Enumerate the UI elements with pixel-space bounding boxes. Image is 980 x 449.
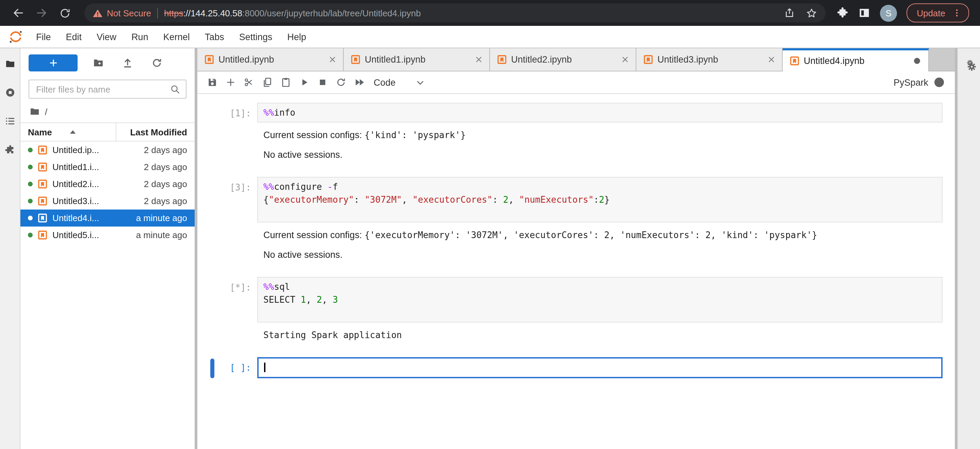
code-line: {"executorMemory": "3072M", "executorCor… [263, 193, 937, 206]
right-resize-handle[interactable] [955, 48, 958, 449]
tab-untitled4-ipynb[interactable]: Untitled4.ipynb [783, 48, 929, 71]
copy-button[interactable] [258, 73, 276, 91]
breadcrumb[interactable]: / [21, 100, 195, 122]
cell-collapser[interactable] [210, 359, 215, 378]
menu-edit[interactable]: Edit [59, 26, 89, 47]
upload-icon[interactable] [122, 57, 134, 69]
tab-close-icon[interactable] [765, 54, 776, 65]
menu-help[interactable]: Help [280, 26, 314, 47]
code-line: %%info [263, 106, 937, 119]
notebook-cell-2[interactable]: [*]:%%sqlSELECT 1, 2, 3 Starting Spark a… [197, 274, 955, 354]
file-name: Untitled5.i... [52, 230, 131, 240]
reload-icon[interactable] [54, 3, 75, 23]
filter-files-input[interactable] [35, 83, 170, 95]
file-modified: 2 days ago [144, 145, 187, 155]
file-browser-panel: / Name Last Modified Untitled.ip...2 day… [21, 48, 195, 449]
omnibox-divider [157, 8, 158, 18]
file-row-untitled3-i[interactable]: Untitled3.i...2 days ago [21, 192, 195, 209]
notebook-cell-0[interactable]: [1]:%%infoCurrent session configs: {'kin… [197, 100, 955, 174]
activity-toc-icon[interactable] [4, 115, 16, 127]
file-row-untitled-ip[interactable]: Untitled.ip...2 days ago [21, 141, 195, 159]
menu-run[interactable]: Run [124, 26, 156, 47]
activity-extensions-icon[interactable] [4, 144, 16, 156]
paste-button[interactable] [276, 73, 295, 91]
cut-button[interactable] [240, 73, 258, 91]
file-name: Untitled3.i... [52, 196, 139, 206]
cell-input-editor[interactable]: %%sqlSELECT 1, 2, 3 [257, 277, 943, 322]
tab-untitled3-ipynb[interactable]: Untitled3.ipynb [636, 48, 783, 71]
home-folder-icon[interactable] [29, 106, 40, 117]
extensions-icon[interactable] [837, 7, 849, 19]
file-row-untitled5-i[interactable]: Untitled5.i...a minute ago [21, 227, 195, 244]
run-all-button[interactable] [350, 73, 368, 91]
tab-close-icon[interactable] [327, 54, 337, 65]
column-header-modified[interactable]: Last Modified [116, 127, 195, 137]
refresh-icon[interactable] [151, 57, 163, 69]
cell-outputs: Starting Spark application [257, 322, 943, 352]
file-modified: a minute ago [136, 230, 187, 240]
menu-file[interactable]: File [29, 26, 59, 47]
new-launcher-button[interactable] [29, 54, 78, 71]
cell-input-editor[interactable]: %%info [257, 103, 943, 122]
cell-body: %%sqlSELECT 1, 2, 3 Starting Spark appli… [257, 277, 943, 352]
cell-input-editor[interactable] [257, 357, 943, 378]
menu-tabs[interactable]: Tabs [197, 26, 232, 47]
menu-view[interactable]: View [89, 26, 124, 47]
activity-running-icon[interactable] [4, 86, 16, 98]
tab-untitled2-ipynb[interactable]: Untitled2.ipynb [490, 48, 636, 71]
cell-type-select[interactable]: Code [374, 77, 425, 87]
share-icon[interactable] [784, 8, 795, 18]
file-modified: a minute ago [136, 213, 187, 223]
cell-type-value: Code [374, 77, 396, 87]
kernel-running-dot-icon [28, 165, 33, 170]
file-row-untitled4-i[interactable]: Untitled4.i...a minute ago [21, 209, 195, 227]
sort-ascending-icon [70, 129, 76, 135]
jupyter-logo-icon [5, 28, 26, 46]
kernel-running-dot-icon [28, 182, 33, 186]
menu-settings[interactable]: Settings [232, 26, 280, 47]
notebook-cell-3[interactable]: [ ]: [197, 354, 955, 381]
browser-menu-icon[interactable] [952, 8, 962, 18]
new-folder-icon[interactable] [92, 57, 104, 69]
address-bar[interactable]: Not Secure https://144.25.40.58:8000/use… [84, 3, 826, 22]
restart-button[interactable] [331, 73, 350, 91]
update-button[interactable]: Update [907, 3, 969, 22]
tab-title: Untitled4.ipynb [804, 56, 910, 66]
back-icon[interactable] [8, 3, 29, 23]
tab-untitled-ipynb[interactable]: Untitled.ipynb [197, 48, 344, 71]
forward-icon[interactable] [31, 3, 52, 23]
tab-close-icon[interactable] [473, 54, 484, 65]
property-inspector-gears-icon[interactable] [961, 57, 976, 72]
url-text: https://144.25.40.58:8000/user/jupyterhu… [164, 8, 421, 18]
run-button[interactable] [295, 73, 313, 91]
search-icon [170, 84, 180, 94]
activity-bar [0, 48, 21, 449]
browser-chrome: Not Secure https://144.25.40.58:8000/use… [0, 0, 980, 26]
cell-prompt: [1]: [197, 103, 257, 171]
kernel-name: PySpark [894, 77, 928, 87]
file-modified: 2 days ago [144, 179, 187, 189]
file-row-untitled1-i[interactable]: Untitled1.i...2 days ago [21, 159, 195, 176]
output-line: Current session configs: {'kind': 'pyspa… [263, 129, 943, 141]
notebook-icon [204, 54, 215, 65]
stop-button[interactable] [313, 73, 331, 91]
cell-input-editor[interactable]: %%configure -f{"executorMemory": "3072M"… [257, 177, 943, 222]
tab-close-icon[interactable] [619, 54, 630, 65]
notebook-icon [643, 54, 653, 65]
notebook-cell-1[interactable]: [3]:%%configure -f{"executorMemory": "30… [197, 174, 955, 274]
add-button[interactable] [221, 73, 240, 91]
notebook-toolbar: Code PySpark [197, 71, 955, 94]
kernel-indicator[interactable]: PySpark [894, 77, 950, 87]
save-button[interactable] [203, 73, 221, 91]
file-row-untitled2-i[interactable]: Untitled2.i...2 days ago [21, 176, 195, 192]
side-panel-icon[interactable] [858, 7, 870, 19]
activity-folder-icon[interactable] [4, 58, 16, 70]
tab-untitled1-ipynb[interactable]: Untitled1.ipynb [344, 48, 490, 71]
sidebar-resize-handle[interactable] [195, 48, 197, 449]
notebook-content: [1]:%%infoCurrent session configs: {'kin… [197, 94, 955, 449]
column-header-name[interactable]: Name [21, 123, 116, 141]
notebook-icon [37, 145, 48, 155]
profile-avatar[interactable]: S [880, 5, 897, 21]
bookmark-star-icon[interactable] [806, 7, 817, 19]
menu-kernel[interactable]: Kernel [156, 26, 197, 47]
